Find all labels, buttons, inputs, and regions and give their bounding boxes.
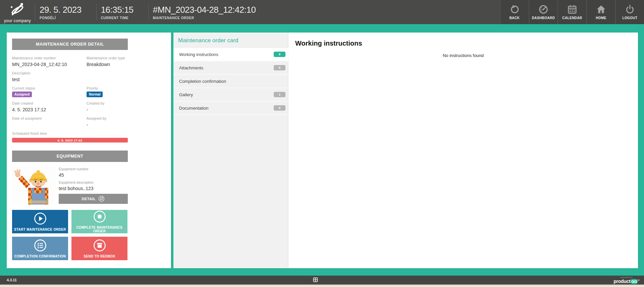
tab-working-instructions[interactable]: Working instructions 0 xyxy=(173,48,288,61)
working-instructions-panel: Working instructions No instructions fou… xyxy=(288,33,638,268)
equipment-number-label: Equipment number xyxy=(59,167,128,171)
field-label: Scheduled finish time xyxy=(12,131,128,135)
tab-label: Completion confirmation xyxy=(179,79,226,84)
action-label: COMPLETE MAINTENANCE ORDER xyxy=(71,226,127,233)
empty-message: No instructions found xyxy=(288,53,638,58)
home-label: HOME xyxy=(596,16,606,20)
tab-label: Gallery xyxy=(179,92,193,97)
field-label: Date created xyxy=(12,101,87,105)
home-icon xyxy=(596,4,606,14)
header-date-block: 29. 5. 2023 PONDĚLÍ xyxy=(35,0,96,24)
field-value: - xyxy=(87,107,128,112)
productoo-logo: powered by productoo® xyxy=(613,276,639,284)
calendar-label: CALENDAR xyxy=(562,16,582,20)
field-current-status: Current status Assigned xyxy=(12,86,87,97)
send-to-redbox-button[interactable]: SEND TO REDBOX xyxy=(71,237,127,260)
header-time-block: 16:35:15 CURRENT TIME xyxy=(97,0,148,24)
tab-label: Documentation xyxy=(179,106,208,111)
complete-maintenance-order-button[interactable]: COMPLETE MAINTENANCE ORDER xyxy=(71,210,127,233)
action-label: START MAINTENANCE ORDER xyxy=(14,228,66,231)
field-value: test xyxy=(12,77,128,82)
equipment-detail-button[interactable]: DETAIL xyxy=(59,194,128,204)
field-assigned-by: Assigned by - xyxy=(87,116,128,127)
completion-confirmation-button[interactable]: COMPLETION CONFIRMATION xyxy=(12,237,68,260)
grid-view-icon[interactable] xyxy=(313,277,318,284)
header-time-label: CURRENT TIME xyxy=(101,16,133,20)
dashboard-icon xyxy=(538,4,548,14)
order-detail-section-header: MAINTENANCE ORDER DETAIL xyxy=(12,39,128,50)
equipment-photo xyxy=(12,166,56,205)
redbox-icon xyxy=(93,239,106,253)
field-value: MN_2023-04-28_12:42:10 xyxy=(12,62,87,67)
tab-count-badge: 0 xyxy=(274,52,285,57)
productoo-wordmark: productoo® xyxy=(613,279,639,284)
action-label: COMPLETION CONFIRMATION xyxy=(14,254,66,258)
tab-label: Working instructions xyxy=(179,52,218,57)
logout-icon xyxy=(625,4,635,14)
tab-attachments[interactable]: Attachments 0 xyxy=(173,61,288,75)
dashboard-button[interactable]: DASHBOARD xyxy=(529,0,557,24)
calendar-icon xyxy=(567,4,577,14)
field-value: Breakdown xyxy=(87,62,128,67)
tab-count-badge: 1 xyxy=(274,92,285,97)
top-header: your company 29. 5. 2023 PONDĚLÍ 16:35:1… xyxy=(0,0,644,24)
field-created-by: Created by - xyxy=(87,101,128,112)
tab-completion-confirmation[interactable]: Completion confirmation xyxy=(173,75,288,88)
field-label: Current status xyxy=(12,86,87,90)
field-label: Description xyxy=(12,71,128,75)
external-link-icon xyxy=(98,195,105,203)
logout-button[interactable]: LOGOUT xyxy=(615,0,644,24)
field-value: 4. 5. 2023 17:12 xyxy=(12,107,87,112)
equipment-section-header: EQUIPMENT xyxy=(12,151,128,162)
status-badge: Assigned xyxy=(12,92,32,97)
field-label: Created by xyxy=(87,101,128,105)
tab-gallery[interactable]: Gallery 1 xyxy=(173,88,288,102)
footer-bottom-strip xyxy=(0,284,644,287)
company-logo-label: your company xyxy=(4,18,31,23)
field-date-of-assigment: Date of assigment xyxy=(12,116,87,127)
back-button[interactable]: BACK xyxy=(500,0,529,24)
back-label: BACK xyxy=(509,16,520,20)
equipment-description-label: Equipment description xyxy=(59,180,128,184)
back-icon xyxy=(509,4,520,14)
field-value xyxy=(12,122,87,127)
equipment-description-value: test bohous..123 xyxy=(59,186,128,191)
maintenance-order-card-panel: Maintenance order card Working instructi… xyxy=(173,33,288,268)
content-title: Working instructions xyxy=(288,33,638,47)
stop-icon xyxy=(93,210,106,224)
productoo-oo-mark: oo xyxy=(630,279,638,284)
powered-by-label: powered by xyxy=(613,276,639,278)
field-label: Date of assigment xyxy=(12,116,87,120)
scheduled-finish-bar: 4. 5. 2023 17:42 xyxy=(12,138,128,142)
dashboard-label: DASHBOARD xyxy=(532,16,555,20)
card-title: Maintenance order card xyxy=(173,33,288,48)
field-label: Maintenance order type xyxy=(87,56,128,60)
field-date-created: Date created 4. 5. 2023 17:12 xyxy=(12,101,87,112)
home-button[interactable]: HOME xyxy=(586,0,615,24)
header-order-number: #MN_2023-04-28_12:42:10 xyxy=(153,5,256,15)
logout-label: LOGOUT xyxy=(622,16,637,20)
field-order-type: Maintenance order type Breakdown xyxy=(87,56,128,67)
maintenance-order-detail-panel: MAINTENANCE ORDER DETAIL Maintenance ord… xyxy=(7,33,171,268)
version-label: 4.3.11 xyxy=(7,278,17,282)
equipment-number-value: 45 xyxy=(59,172,128,178)
header-day: PONDĚLÍ xyxy=(40,16,82,20)
company-logo: your company xyxy=(0,0,35,24)
header-time: 16:35:15 xyxy=(101,5,133,15)
header-order-label: MAINTENANCE ORDER xyxy=(153,16,256,20)
checklist-icon xyxy=(34,239,47,253)
detail-button-label: DETAIL xyxy=(82,197,96,201)
field-label: Priority xyxy=(87,86,128,90)
play-icon xyxy=(34,212,47,226)
field-value: - xyxy=(87,122,128,127)
field-scheduled-finish: Scheduled finish time 4. 5. 2023 17:42 xyxy=(12,131,128,142)
company-logo-icon xyxy=(9,2,26,18)
tab-documentation[interactable]: Documentation 0 xyxy=(173,102,288,115)
field-label: Maintenance order number xyxy=(12,56,87,60)
header-date: 29. 5. 2023 xyxy=(40,5,82,15)
calendar-button[interactable]: CALENDAR xyxy=(557,0,586,24)
footer-bar: 4.3.11 powered by productoo® xyxy=(0,276,644,284)
field-description: Description test xyxy=(12,71,128,82)
start-maintenance-order-button[interactable]: START MAINTENANCE ORDER xyxy=(12,210,68,233)
field-order-number: Maintenance order number MN_2023-04-28_1… xyxy=(12,56,87,67)
